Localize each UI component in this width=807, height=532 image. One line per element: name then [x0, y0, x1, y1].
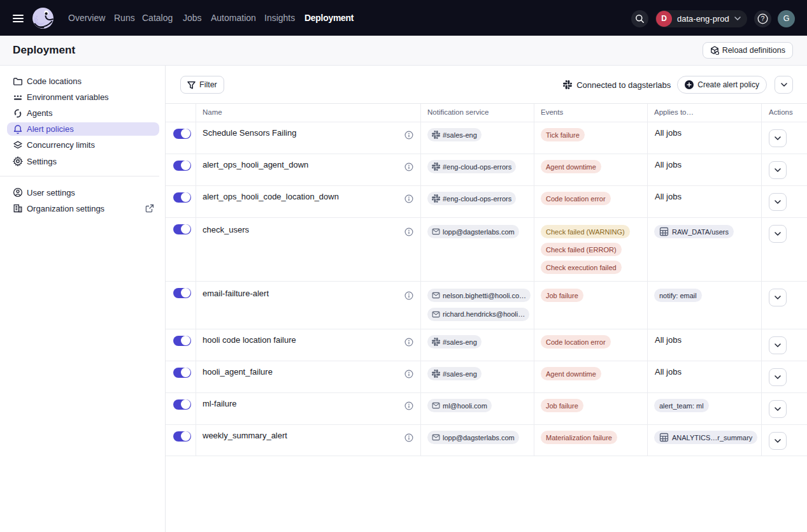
svg-text:?: ? [761, 15, 764, 22]
